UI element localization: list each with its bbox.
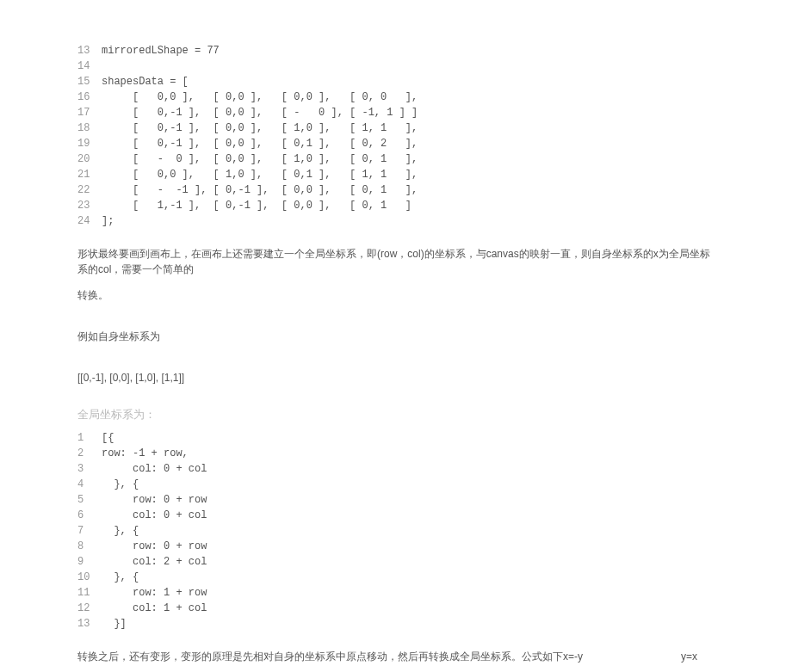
code-text: row: 1 + row <box>102 585 207 601</box>
paragraph-4a: 转换之后，还有变形，变形的原理是先相对自身的坐标系中原点移动，然后再转换成全局坐… <box>77 649 583 664</box>
code-text: }, { <box>102 570 139 585</box>
paragraph-1: 形状最终要画到画布上，在画布上还需要建立一个全局坐标系，即(row，col)的坐… <box>77 246 715 277</box>
code-line: 24]; <box>77 213 715 229</box>
code-text: row: 0 + row <box>102 539 207 554</box>
code-line: 8 row: 0 + row <box>77 539 715 554</box>
line-number: 6 <box>77 508 102 523</box>
line-number: 20 <box>77 151 102 167</box>
code-line: 1[{ <box>77 430 715 446</box>
code-text: col: 1 + col <box>102 601 207 616</box>
paragraph-4: 转换之后，还有变形，变形的原理是先相对自身的坐标系中原点移动，然后再转换成全局坐… <box>77 649 697 664</box>
coords-example-1: [[0,-1], [0,0], [1,0], [1,1]] <box>77 370 715 385</box>
code-line: 6 col: 0 + col <box>77 508 715 523</box>
code-text: [ 0,0 ], [ 0,0 ], [ 0,0 ], [ 0, 0 ], <box>102 89 418 105</box>
code-line: 14 <box>77 59 715 74</box>
line-number: 3 <box>77 461 102 477</box>
code-text: col: 2 + col <box>102 554 207 570</box>
code-line: 23 [ 1,-1 ], [ 0,-1 ], [ 0,0 ], [ 0, 1 ] <box>77 198 715 213</box>
line-number: 24 <box>77 213 102 229</box>
code-line: 7 }, { <box>77 523 715 539</box>
line-number: 18 <box>77 120 102 136</box>
code-line: 15shapesData = [ <box>77 74 715 89</box>
code-text: [ 0,0 ], [ 1,0 ], [ 0,1 ], [ 1, 1 ], <box>102 167 418 182</box>
line-number: 4 <box>77 477 102 492</box>
code-line: 21 [ 0,0 ], [ 1,0 ], [ 0,1 ], [ 1, 1 ], <box>77 167 715 182</box>
code-text: [ 0,-1 ], [ 0,0 ], [ - 0 ], [ -1, 1 ] ] <box>102 105 418 120</box>
line-number: 9 <box>77 554 102 570</box>
paragraph-3: 例如自身坐标系为 <box>77 329 715 344</box>
line-number: 12 <box>77 601 102 616</box>
line-number: 5 <box>77 492 102 508</box>
paragraph-2: 转换。 <box>77 287 715 303</box>
line-number: 2 <box>77 446 102 461</box>
line-number: 22 <box>77 182 102 198</box>
heading-global-coords: 全局坐标系为： <box>77 406 715 423</box>
code-line: 22 [ - -1 ], [ 0,-1 ], [ 0,0 ], [ 0, 1 ]… <box>77 182 715 198</box>
line-number: 13 <box>77 616 102 632</box>
code-line: 2row: -1 + row, <box>77 446 715 461</box>
code-text: ]; <box>102 213 114 229</box>
code-text: }, { <box>102 523 139 539</box>
line-number: 8 <box>77 539 102 554</box>
code-text: mirroredLShape = 77 <box>102 43 220 59</box>
line-number: 13 <box>77 43 102 59</box>
paragraph-4b: y=x <box>681 649 697 664</box>
code-line: 16 [ 0,0 ], [ 0,0 ], [ 0,0 ], [ 0, 0 ], <box>77 89 715 105</box>
code-block-1: 13mirroredLShape = 771415shapesData = [1… <box>77 43 715 229</box>
code-text: [ 0,-1 ], [ 0,0 ], [ 1,0 ], [ 1, 1 ], <box>102 120 418 136</box>
code-line: 12 col: 1 + col <box>77 601 715 616</box>
code-line: 10 }, { <box>77 570 715 585</box>
line-number: 21 <box>77 167 102 182</box>
code-block-2: 1[{2row: -1 + row,3 col: 0 + col4 }, {5 … <box>77 430 715 632</box>
code-line: 11 row: 1 + row <box>77 585 715 601</box>
line-number: 23 <box>77 198 102 213</box>
line-number: 14 <box>77 59 102 74</box>
code-text: col: 0 + col <box>102 508 207 523</box>
line-number: 16 <box>77 89 102 105</box>
code-line: 13 }] <box>77 616 715 632</box>
code-line: 20 [ - 0 ], [ 0,0 ], [ 1,0 ], [ 0, 1 ], <box>77 151 715 167</box>
code-text: [ 1,-1 ], [ 0,-1 ], [ 0,0 ], [ 0, 1 ] <box>102 198 411 213</box>
line-number: 1 <box>77 430 102 446</box>
code-text: [{ <box>102 430 114 446</box>
line-number: 17 <box>77 105 102 120</box>
code-text: [ - 0 ], [ 0,0 ], [ 1,0 ], [ 0, 1 ], <box>102 151 418 167</box>
code-text: col: 0 + col <box>102 461 207 477</box>
code-text: }] <box>102 616 127 632</box>
code-text: shapesData = [ <box>102 74 189 89</box>
line-number: 19 <box>77 136 102 151</box>
line-number: 11 <box>77 585 102 601</box>
code-text: row: 0 + row <box>102 492 207 508</box>
code-line: 17 [ 0,-1 ], [ 0,0 ], [ - 0 ], [ -1, 1 ]… <box>77 105 715 120</box>
code-line: 19 [ 0,-1 ], [ 0,0 ], [ 0,1 ], [ 0, 2 ], <box>77 136 715 151</box>
code-text: [ 0,-1 ], [ 0,0 ], [ 0,1 ], [ 0, 2 ], <box>102 136 418 151</box>
line-number: 7 <box>77 523 102 539</box>
code-text: [ - -1 ], [ 0,-1 ], [ 0,0 ], [ 0, 1 ], <box>102 182 418 198</box>
code-line: 4 }, { <box>77 477 715 492</box>
code-line: 13mirroredLShape = 77 <box>77 43 715 59</box>
code-line: 9 col: 2 + col <box>77 554 715 570</box>
line-number: 10 <box>77 570 102 585</box>
code-line: 3 col: 0 + col <box>77 461 715 477</box>
code-text: row: -1 + row, <box>102 446 189 461</box>
code-text: }, { <box>102 477 139 492</box>
code-line: 5 row: 0 + row <box>77 492 715 508</box>
line-number: 15 <box>77 74 102 89</box>
code-line: 18 [ 0,-1 ], [ 0,0 ], [ 1,0 ], [ 1, 1 ], <box>77 120 715 136</box>
